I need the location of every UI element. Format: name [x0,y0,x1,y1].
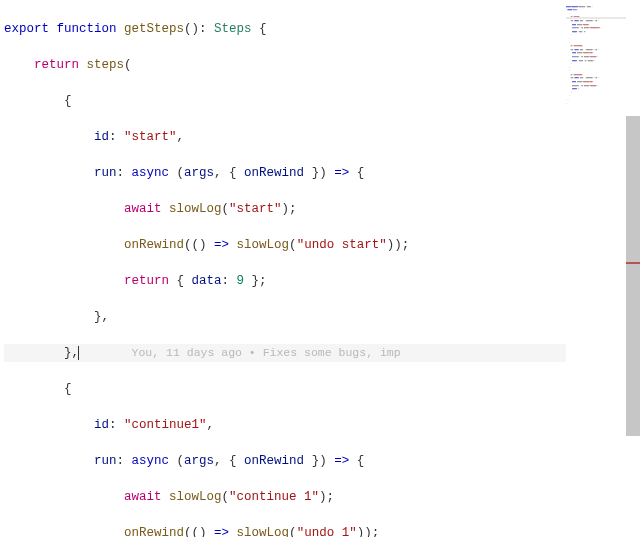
call-slowlog: slowLog [169,202,222,216]
call-slowlog: slowLog [169,490,222,504]
kw-async: async [132,166,170,180]
vscode-window: export function getSteps(): Steps { retu… [0,0,640,537]
str: "undo 1" [297,526,357,537]
scrollbar-thumb[interactable] [626,116,640,436]
param-onrewind: onRewind [244,166,304,180]
str: "continue1" [124,418,207,432]
num: 9 [237,274,245,288]
prop-id: id [94,418,109,432]
str: "undo start" [297,238,387,252]
code-line[interactable]: id: "start", [4,128,566,146]
text-cursor [78,346,79,360]
arrow: => [214,238,229,252]
scrollbar-change-marker [626,262,640,264]
call-steps: steps [87,58,125,72]
str: "start" [229,202,282,216]
code-line[interactable]: { [4,92,566,110]
code-line[interactable]: run: async (args, { onRewind }) => { [4,164,566,182]
call-slowlog: slowLog [237,526,290,537]
code-line-active[interactable]: }, You, 11 days ago • Fixes some bugs, i… [4,344,566,362]
kw-export: export [4,22,49,36]
code-line[interactable]: return steps( [4,56,566,74]
code-line[interactable]: onRewind(() => slowLog("undo start")); [4,236,566,254]
prop-data: data [192,274,222,288]
kw-return: return [34,58,79,72]
param-onrewind: onRewind [244,454,304,468]
code-line[interactable]: export function getSteps(): Steps { [4,20,566,38]
code-line[interactable]: onRewind(() => slowLog("undo 1")); [4,524,566,537]
kw-async: async [132,454,170,468]
param-args: args [184,454,214,468]
prop-id: id [94,130,109,144]
fn-name: getSteps [124,22,184,36]
call-slowlog: slowLog [237,238,290,252]
param-args: args [184,166,214,180]
str: "continue 1" [229,490,319,504]
code-line[interactable]: await slowLog("start"); [4,200,566,218]
arrow: => [214,526,229,537]
code-line[interactable]: return { data: 9 }; [4,272,566,290]
code-editor[interactable]: export function getSteps(): Steps { retu… [0,0,566,537]
git-blame-lens[interactable]: You, 11 days ago • Fixes some bugs, imp [132,346,401,359]
str: "start" [124,130,177,144]
code-line[interactable]: await slowLog("continue 1"); [4,488,566,506]
vertical-scrollbar[interactable] [626,0,640,537]
minimap-cursor-line [566,17,626,19]
call-onrewind: onRewind [124,526,184,537]
return-type: Steps [214,22,252,36]
code-line[interactable]: }, [4,308,566,326]
kw-await: await [124,490,162,504]
code-line[interactable]: id: "continue1", [4,416,566,434]
call-onrewind: onRewind [124,238,184,252]
prop-run: run [94,454,117,468]
code-line[interactable]: run: async (args, { onRewind }) => { [4,452,566,470]
minimap[interactable]: ██████ ████████ ████████() █████ { █████… [566,0,626,537]
kw-function: function [57,22,117,36]
kw-return: return [124,274,169,288]
code-line[interactable]: { [4,380,566,398]
arrow: => [334,454,349,468]
arrow: => [334,166,349,180]
prop-run: run [94,166,117,180]
kw-await: await [124,202,162,216]
